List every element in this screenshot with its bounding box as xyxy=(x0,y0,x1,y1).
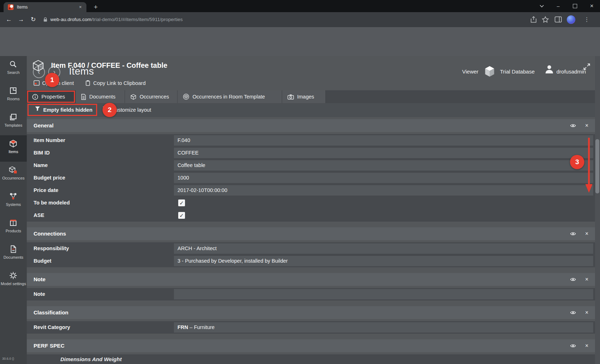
annotation-arrow-down xyxy=(584,135,594,196)
url-path: /trial-demo/01/#/items/item/5911/propert… xyxy=(91,17,183,22)
subgroup-row: Dimensions And Weight xyxy=(27,354,595,364)
field-value-price-date[interactable]: 2017-02-10T00:00:00 xyxy=(174,185,593,196)
sidebar-item-systems[interactable]: Systems xyxy=(0,188,27,214)
field-value-bim-id[interactable]: COFFEE xyxy=(174,148,593,158)
annotation-step-1: 1 xyxy=(45,73,59,87)
section-close-icon[interactable]: × xyxy=(583,119,591,132)
section-close-icon[interactable]: × xyxy=(583,227,591,240)
items-icon xyxy=(9,139,18,148)
gear-icon xyxy=(9,271,18,280)
browser-tab[interactable]: Items × xyxy=(4,2,86,12)
window-close-button[interactable]: × xyxy=(584,0,600,12)
tab-images[interactable]: Images xyxy=(282,90,326,103)
sidebar-item-templates[interactable]: Templates xyxy=(0,109,27,135)
browser-window: Items × + – × ← → ↻ web-au.drofus.com/tr… xyxy=(0,0,600,364)
sidebar-item-model-settings[interactable]: Model settings xyxy=(0,267,27,294)
reload-icon[interactable]: ↻ xyxy=(28,12,39,27)
sidebar-item-occurrences[interactable]: Occurrences xyxy=(0,162,27,188)
field-value-responsibility[interactable]: ARCH - Architect xyxy=(174,243,593,254)
clipboard-icon xyxy=(85,80,91,86)
section-close-icon[interactable]: × xyxy=(583,306,591,319)
field-row-ase: ASE ✓ xyxy=(27,209,595,222)
sidebar-item-products[interactable]: Products xyxy=(0,214,27,241)
cube-icon xyxy=(130,94,136,100)
section-header-note: Note × xyxy=(27,273,595,286)
subgroup-title: Dimensions And Weight xyxy=(60,354,122,364)
tab-close-icon[interactable]: × xyxy=(77,4,84,10)
field-value-budget[interactable]: 3 - Purchased by Developer, installed by… xyxy=(174,256,593,266)
section-header-general: General × xyxy=(27,119,595,132)
share-icon[interactable] xyxy=(530,16,537,23)
annotation-step-2: 2 xyxy=(102,103,117,117)
new-tab-button[interactable]: + xyxy=(91,2,101,12)
section-header-perf-spec: PERF SPEC × xyxy=(27,339,595,352)
field-row-note: Note xyxy=(27,288,595,300)
camera-icon xyxy=(288,94,294,100)
viewer-cube-icon[interactable] xyxy=(484,66,495,77)
sidebar-item-documents[interactable]: Documents xyxy=(0,241,27,267)
sidebar-item-items[interactable]: Items xyxy=(0,135,27,162)
app-version: 30.6.0 () xyxy=(2,357,14,360)
side-panel-icon[interactable] xyxy=(555,16,562,22)
forward-icon[interactable]: → xyxy=(15,12,27,27)
copy-link-button[interactable]: Copy Link to Clipboard xyxy=(85,76,146,90)
search-icon xyxy=(9,60,18,69)
rooms-icon xyxy=(9,86,18,95)
eye-icon[interactable] xyxy=(570,123,576,128)
to-be-modeled-checkbox[interactable]: ✓ xyxy=(178,199,185,206)
browser-toolbar: ← → ↻ web-au.drofus.com/trial-demo/01/#/… xyxy=(0,12,600,27)
field-value-note[interactable] xyxy=(174,289,593,299)
app-header: ‹ › Items Viewer Trial Database drofusad… xyxy=(0,27,600,56)
drofus-favicon-icon xyxy=(8,4,14,10)
field-value-name[interactable]: Coffee table xyxy=(174,160,593,171)
annotation-box-properties xyxy=(27,91,75,103)
expand-icon[interactable] xyxy=(583,63,591,71)
document-icon xyxy=(81,94,86,100)
open-in-client-icon xyxy=(34,80,40,86)
eye-icon[interactable] xyxy=(570,277,576,282)
field-row-revit-category: Revit Category FRN– Furniture xyxy=(27,321,595,334)
templates-icon xyxy=(9,113,18,121)
browser-menu-icon[interactable]: ⋮ xyxy=(581,12,592,27)
sidebar-item-search[interactable]: Search xyxy=(0,56,27,82)
url-domain: web-au.drofus.com xyxy=(50,17,91,22)
eye-icon[interactable] xyxy=(570,343,576,348)
field-row-bim-id: BIM ID COFFEE xyxy=(27,147,595,159)
user-icon[interactable] xyxy=(544,64,554,74)
tab-occurrences[interactable]: Occurrences xyxy=(125,90,178,103)
ase-checkbox[interactable]: ✓ xyxy=(178,212,185,219)
item-title: Item F.040 / COFFEE - Coffee table xyxy=(51,61,168,70)
sidebar-item-rooms[interactable]: Rooms xyxy=(0,82,27,109)
maximize-button[interactable] xyxy=(567,0,583,12)
bookmark-star-icon[interactable] xyxy=(542,16,549,23)
section-close-icon[interactable]: × xyxy=(583,273,591,286)
field-row-responsibility: Responsibility ARCH - Architect xyxy=(27,242,595,255)
scrollbar-thumb[interactable] xyxy=(595,139,599,193)
eye-icon[interactable] xyxy=(570,310,576,315)
viewer-label[interactable]: Viewer xyxy=(462,69,479,75)
eye-icon[interactable] xyxy=(570,231,576,236)
field-value-budget-price[interactable]: 1000 xyxy=(174,173,593,183)
annotation-box-empty-fields xyxy=(28,104,97,116)
back-icon[interactable]: ← xyxy=(3,12,15,27)
scrollbar-track xyxy=(595,56,600,364)
field-row-price-date: Price date 2017-02-10T00:00:00 xyxy=(27,184,595,197)
field-value-item-number[interactable]: F.040 xyxy=(174,135,593,146)
minimize-button[interactable]: – xyxy=(550,0,566,12)
field-value-revit-category[interactable]: FRN– Furniture xyxy=(174,322,593,333)
tab-occurrences-in-room-template[interactable]: Occurrences in Room Template xyxy=(178,90,282,103)
lock-icon[interactable] xyxy=(43,17,48,22)
section-close-icon[interactable]: × xyxy=(583,339,591,352)
customize-layout-button[interactable]: Customize layout xyxy=(111,103,151,117)
field-row-item-number: Item Number F.040 xyxy=(27,134,595,147)
search-tabs-icon[interactable] xyxy=(534,0,550,12)
field-row-budget-price: Budget price 1000 xyxy=(27,172,595,184)
profile-avatar[interactable] xyxy=(567,15,575,24)
field-row-budget: Budget 3 - Purchased by Developer, insta… xyxy=(27,255,595,267)
field-row-name: Name Coffee table xyxy=(27,159,595,172)
annotation-step-3: 3 xyxy=(570,155,584,169)
username-label[interactable]: drofusadmin xyxy=(556,69,586,75)
tab-documents[interactable]: Documents xyxy=(76,90,125,103)
maximize-icon xyxy=(573,4,577,8)
url-bar[interactable]: web-au.drofus.com/trial-demo/01/#/items/… xyxy=(50,12,182,27)
